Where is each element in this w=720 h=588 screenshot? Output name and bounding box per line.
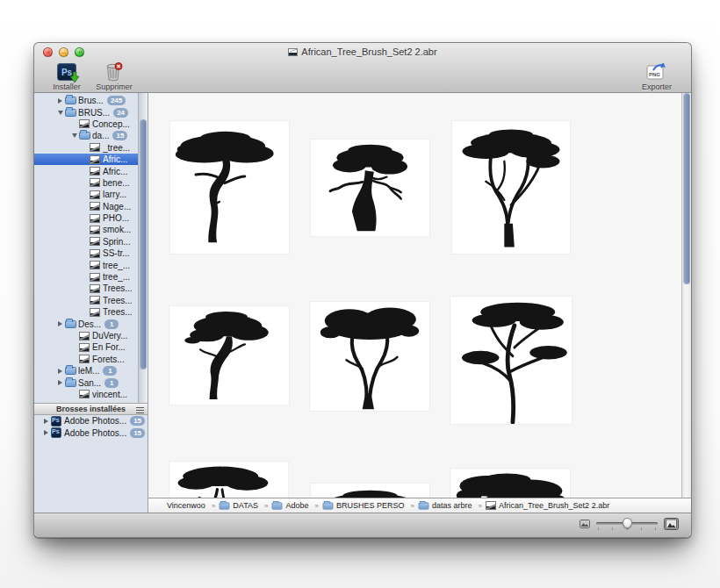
row-type-icon: [90, 178, 100, 187]
row-type-icon: [90, 308, 100, 317]
brush-file-tree: Brus... 245 BRUS... 24: [34, 95, 138, 400]
sidebar-tree-row[interactable]: Forets...: [34, 354, 138, 365]
installed-brush-row[interactable]: Ps Adobe Photos... 15: [34, 427, 148, 440]
count-badge: 1: [104, 319, 119, 329]
breadcrumb-item[interactable]: BRUSHES PERSO »: [322, 501, 418, 510]
brush-preview-grid: [148, 93, 681, 498]
breadcrumb-separator: »: [264, 502, 268, 510]
sidebar-tree-row[interactable]: SS-tr...: [34, 247, 138, 259]
disclosure-icon[interactable]: [41, 419, 51, 424]
sidebar-tree-row[interactable]: Afric...: [34, 165, 138, 176]
disclosure-icon[interactable]: [69, 133, 79, 138]
breadcrumb-item[interactable]: Vincenwoo »: [154, 501, 219, 511]
row-type-icon: [90, 190, 100, 199]
titlebar[interactable]: × – + African_Tree_Brush_Set2 2.abr: [34, 43, 691, 61]
tree-item-label: Nage...: [103, 202, 131, 212]
breadcrumb-item[interactable]: Adobe »: [271, 501, 321, 510]
breadcrumb-separator: »: [212, 502, 215, 510]
sidebar-tree-row[interactable]: Afric...: [34, 154, 138, 165]
brush-preview-card[interactable]: [170, 121, 289, 254]
sidebar-tree-row[interactable]: Des... 1: [34, 318, 138, 329]
tree-silhouette: [170, 121, 289, 254]
disclosure-icon[interactable]: [55, 111, 65, 115]
row-type-icon: [65, 379, 76, 387]
tree-silhouette: [169, 306, 289, 405]
sidebar-tree-row[interactable]: Brus... 245: [34, 95, 138, 106]
sidebar-tree-row[interactable]: Nage...: [34, 201, 138, 212]
sidebar-tree-row[interactable]: tree_...: [34, 271, 138, 283]
sidebar-tree-row[interactable]: Trees...: [34, 295, 138, 306]
breadcrumb-label: DATAS: [233, 501, 258, 510]
tree-item-label: tree_...: [103, 272, 130, 282]
tree-item-label: Forets...: [92, 355, 125, 364]
brush-preview-card[interactable]: [452, 121, 570, 254]
count-badge: 1: [104, 378, 119, 388]
export-button[interactable]: PNG Exporter: [633, 62, 680, 91]
sidebar-tree-row[interactable]: tree_...: [34, 259, 138, 270]
row-type-icon: Ps: [51, 416, 61, 427]
breadcrumb: Vincenwoo » DATAS » Adobe »: [148, 498, 691, 513]
sidebar-tree-row[interactable]: _tree...: [34, 142, 138, 154]
sidebar-scrollbar-thumb[interactable]: [140, 119, 147, 369]
count-badge: 15: [112, 131, 127, 140]
delete-button[interactable]: Supprimer: [90, 62, 138, 91]
install-button[interactable]: Ps Installer: [43, 62, 90, 91]
sidebar-tree-row[interactable]: Trees...: [34, 306, 138, 318]
tree-silhouette: [450, 297, 572, 424]
large-thumbnail-icon[interactable]: [664, 518, 679, 530]
breadcrumb-label: datas arbre: [432, 501, 472, 510]
row-type-icon: [220, 502, 230, 509]
breadcrumb-item[interactable]: African_Tree_Brush_Set2 2.abr: [486, 501, 609, 510]
sidebar-tree-row[interactable]: Sprin...: [34, 236, 138, 247]
sidebar-tree-row[interactable]: BRUS... 24: [34, 106, 138, 118]
sidebar: Brus... 245 BRUS... 24: [34, 93, 148, 513]
menu-icon[interactable]: [136, 407, 144, 413]
app-window: × – + African_Tree_Brush_Set2 2.abr Ps I…: [33, 42, 692, 538]
brush-preview-card[interactable]: [169, 306, 289, 405]
breadcrumb-item[interactable]: datas arbre »: [418, 501, 486, 510]
sidebar-tree-row[interactable]: bene...: [34, 177, 138, 189]
disclosure-icon[interactable]: [55, 380, 65, 385]
sidebar-tree-row[interactable]: smok...: [34, 224, 138, 235]
status-bar: [34, 513, 691, 537]
tree-item-label: Concep...: [92, 119, 130, 129]
tree-silhouette: [311, 484, 429, 498]
trash-icon: [105, 62, 123, 82]
tree-item-label: larry...: [103, 190, 126, 199]
brush-preview-card[interactable]: [450, 469, 570, 498]
sidebar-tree-row[interactable]: da... 15: [34, 130, 138, 141]
sidebar-scrollbar[interactable]: [138, 93, 148, 403]
sidebar-tree-row[interactable]: Trees...: [34, 283, 138, 294]
tree-item-label: PHO...: [103, 213, 129, 223]
tree-item-label: vincent...: [92, 390, 127, 399]
sidebar-tree-row[interactable]: PHO...: [34, 212, 138, 224]
sidebar-tree-row[interactable]: DuVery...: [34, 330, 138, 341]
content-scrollbar-thumb[interactable]: [683, 93, 690, 284]
brush-preview-card[interactable]: [169, 462, 288, 498]
sidebar-tree-row[interactable]: leM... 1: [34, 365, 138, 376]
svg-text:PNG: PNG: [649, 72, 660, 77]
disclosure-icon[interactable]: [41, 430, 51, 435]
disclosure-icon[interactable]: [55, 98, 65, 104]
brush-preview-card[interactable]: [311, 140, 429, 236]
brush-preview-card[interactable]: [450, 297, 572, 424]
sidebar-tree-row[interactable]: San... 1: [34, 376, 138, 388]
brush-preview-card[interactable]: [310, 302, 429, 411]
sidebar-tree-row[interactable]: larry...: [34, 189, 138, 200]
row-type-icon: [79, 119, 90, 128]
row-type-icon: [65, 109, 76, 117]
sidebar-tree-row[interactable]: En For...: [34, 341, 138, 353]
tree-item-label: Afric...: [103, 167, 127, 176]
breadcrumb-label: BRUSHES PERSO: [336, 501, 405, 510]
breadcrumb-item[interactable]: DATAS »: [219, 501, 271, 510]
thumbnail-size-slider[interactable]: [596, 517, 658, 531]
sidebar-tree-row[interactable]: vincent...: [34, 389, 138, 400]
sidebar-tree-row[interactable]: Concep...: [34, 118, 138, 130]
installed-brush-row[interactable]: Ps Adobe Photos... 15: [34, 415, 148, 427]
disclosure-icon[interactable]: [55, 321, 65, 326]
content-scrollbar[interactable]: [681, 93, 691, 498]
brush-preview-card[interactable]: [311, 484, 429, 498]
count-badge: 24: [113, 108, 128, 118]
disclosure-icon[interactable]: [55, 369, 65, 374]
tree-item-label: DuVery...: [92, 331, 127, 341]
